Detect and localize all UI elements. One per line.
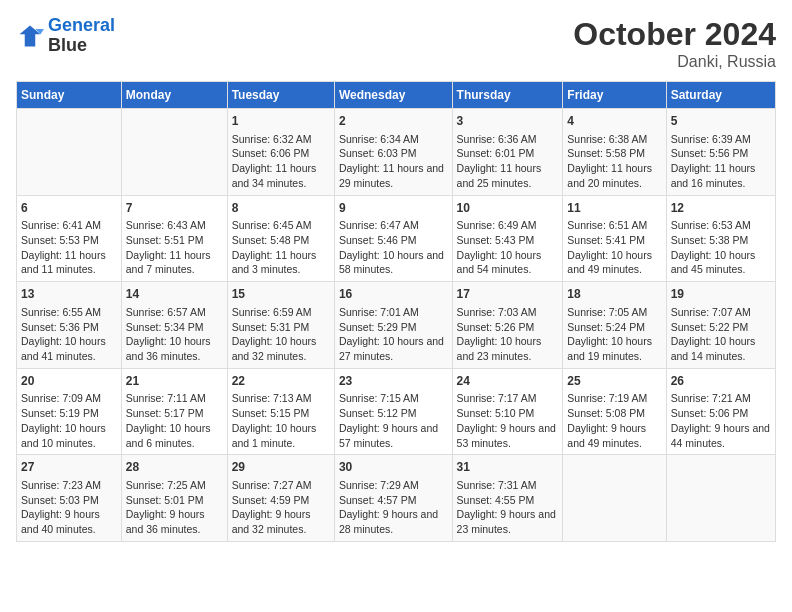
calendar-cell: 6Sunrise: 6:41 AMSunset: 5:53 PMDaylight…: [17, 195, 122, 282]
day-info: Daylight: 11 hours and 11 minutes.: [21, 248, 117, 277]
calendar-week-row: 20Sunrise: 7:09 AMSunset: 5:19 PMDayligh…: [17, 368, 776, 455]
day-info: Sunset: 5:26 PM: [457, 320, 559, 335]
day-info: Sunset: 5:41 PM: [567, 233, 661, 248]
day-info: Daylight: 11 hours and 7 minutes.: [126, 248, 223, 277]
day-info: Sunset: 6:01 PM: [457, 146, 559, 161]
day-number: 17: [457, 286, 559, 303]
day-info: Sunset: 5:38 PM: [671, 233, 771, 248]
calendar-day-header: Tuesday: [227, 82, 334, 109]
page-header: General Blue October 2024 Danki, Russia: [16, 16, 776, 71]
day-number: 27: [21, 459, 117, 476]
day-info: Sunset: 5:29 PM: [339, 320, 448, 335]
day-number: 12: [671, 200, 771, 217]
day-number: 30: [339, 459, 448, 476]
day-info: Sunset: 4:55 PM: [457, 493, 559, 508]
day-number: 3: [457, 113, 559, 130]
calendar-cell: 27Sunrise: 7:23 AMSunset: 5:03 PMDayligh…: [17, 455, 122, 542]
calendar-cell: 20Sunrise: 7:09 AMSunset: 5:19 PMDayligh…: [17, 368, 122, 455]
day-info: Sunrise: 7:17 AM: [457, 391, 559, 406]
day-number: 22: [232, 373, 330, 390]
day-info: Sunset: 5:01 PM: [126, 493, 223, 508]
day-info: Sunrise: 7:21 AM: [671, 391, 771, 406]
calendar-cell: 8Sunrise: 6:45 AMSunset: 5:48 PMDaylight…: [227, 195, 334, 282]
calendar-cell: 9Sunrise: 6:47 AMSunset: 5:46 PMDaylight…: [334, 195, 452, 282]
calendar-day-header: Friday: [563, 82, 666, 109]
day-info: Sunrise: 6:32 AM: [232, 132, 330, 147]
day-info: Sunset: 5:34 PM: [126, 320, 223, 335]
day-info: Daylight: 9 hours and 23 minutes.: [457, 507, 559, 536]
day-info: Sunrise: 7:07 AM: [671, 305, 771, 320]
day-info: Daylight: 10 hours and 58 minutes.: [339, 248, 448, 277]
day-info: Sunset: 5:53 PM: [21, 233, 117, 248]
day-info: Daylight: 9 hours and 44 minutes.: [671, 421, 771, 450]
calendar-day-header: Thursday: [452, 82, 563, 109]
day-number: 23: [339, 373, 448, 390]
day-info: Sunset: 5:15 PM: [232, 406, 330, 421]
day-number: 4: [567, 113, 661, 130]
day-info: Daylight: 10 hours and 36 minutes.: [126, 334, 223, 363]
day-info: Sunrise: 6:36 AM: [457, 132, 559, 147]
day-info: Sunrise: 6:57 AM: [126, 305, 223, 320]
logo-icon: [16, 22, 44, 50]
day-info: Daylight: 9 hours and 36 minutes.: [126, 507, 223, 536]
calendar-week-row: 1Sunrise: 6:32 AMSunset: 6:06 PMDaylight…: [17, 109, 776, 196]
calendar-cell: 12Sunrise: 6:53 AMSunset: 5:38 PMDayligh…: [666, 195, 775, 282]
day-number: 31: [457, 459, 559, 476]
day-number: 6: [21, 200, 117, 217]
calendar-cell: 25Sunrise: 7:19 AMSunset: 5:08 PMDayligh…: [563, 368, 666, 455]
calendar-cell: [666, 455, 775, 542]
calendar-cell: 13Sunrise: 6:55 AMSunset: 5:36 PMDayligh…: [17, 282, 122, 369]
calendar-cell: 11Sunrise: 6:51 AMSunset: 5:41 PMDayligh…: [563, 195, 666, 282]
day-info: Sunset: 5:43 PM: [457, 233, 559, 248]
day-info: Sunrise: 7:31 AM: [457, 478, 559, 493]
day-number: 2: [339, 113, 448, 130]
day-info: Sunrise: 7:19 AM: [567, 391, 661, 406]
day-number: 19: [671, 286, 771, 303]
calendar-cell: [121, 109, 227, 196]
calendar-day-header: Saturday: [666, 82, 775, 109]
calendar-cell: 21Sunrise: 7:11 AMSunset: 5:17 PMDayligh…: [121, 368, 227, 455]
day-number: 1: [232, 113, 330, 130]
day-info: Sunrise: 6:38 AM: [567, 132, 661, 147]
day-info: Sunset: 5:24 PM: [567, 320, 661, 335]
calendar-day-header: Sunday: [17, 82, 122, 109]
day-info: Sunset: 5:10 PM: [457, 406, 559, 421]
day-info: Daylight: 10 hours and 6 minutes.: [126, 421, 223, 450]
calendar-cell: 4Sunrise: 6:38 AMSunset: 5:58 PMDaylight…: [563, 109, 666, 196]
calendar-cell: 26Sunrise: 7:21 AMSunset: 5:06 PMDayligh…: [666, 368, 775, 455]
day-info: Sunrise: 7:09 AM: [21, 391, 117, 406]
calendar-cell: 31Sunrise: 7:31 AMSunset: 4:55 PMDayligh…: [452, 455, 563, 542]
calendar-week-row: 27Sunrise: 7:23 AMSunset: 5:03 PMDayligh…: [17, 455, 776, 542]
day-info: Daylight: 10 hours and 54 minutes.: [457, 248, 559, 277]
day-info: Sunrise: 6:45 AM: [232, 218, 330, 233]
calendar-cell: 17Sunrise: 7:03 AMSunset: 5:26 PMDayligh…: [452, 282, 563, 369]
day-info: Daylight: 10 hours and 1 minute.: [232, 421, 330, 450]
day-info: Sunset: 5:46 PM: [339, 233, 448, 248]
day-info: Sunrise: 6:55 AM: [21, 305, 117, 320]
day-number: 9: [339, 200, 448, 217]
day-info: Sunset: 5:19 PM: [21, 406, 117, 421]
day-info: Daylight: 10 hours and 19 minutes.: [567, 334, 661, 363]
day-info: Sunset: 5:31 PM: [232, 320, 330, 335]
logo-blue: Blue: [48, 35, 87, 55]
day-info: Sunset: 5:58 PM: [567, 146, 661, 161]
day-info: Daylight: 11 hours and 16 minutes.: [671, 161, 771, 190]
day-number: 29: [232, 459, 330, 476]
day-info: Daylight: 9 hours and 40 minutes.: [21, 507, 117, 536]
calendar-cell: 15Sunrise: 6:59 AMSunset: 5:31 PMDayligh…: [227, 282, 334, 369]
day-info: Sunset: 5:48 PM: [232, 233, 330, 248]
day-info: Daylight: 11 hours and 25 minutes.: [457, 161, 559, 190]
day-info: Daylight: 10 hours and 32 minutes.: [232, 334, 330, 363]
day-info: Daylight: 11 hours and 20 minutes.: [567, 161, 661, 190]
day-info: Sunrise: 7:29 AM: [339, 478, 448, 493]
day-number: 8: [232, 200, 330, 217]
day-number: 20: [21, 373, 117, 390]
title-block: October 2024 Danki, Russia: [573, 16, 776, 71]
day-number: 26: [671, 373, 771, 390]
day-info: Sunrise: 7:13 AM: [232, 391, 330, 406]
calendar-cell: [563, 455, 666, 542]
logo-general: General: [48, 15, 115, 35]
calendar-cell: 14Sunrise: 6:57 AMSunset: 5:34 PMDayligh…: [121, 282, 227, 369]
calendar-cell: 24Sunrise: 7:17 AMSunset: 5:10 PMDayligh…: [452, 368, 563, 455]
calendar-day-header: Monday: [121, 82, 227, 109]
